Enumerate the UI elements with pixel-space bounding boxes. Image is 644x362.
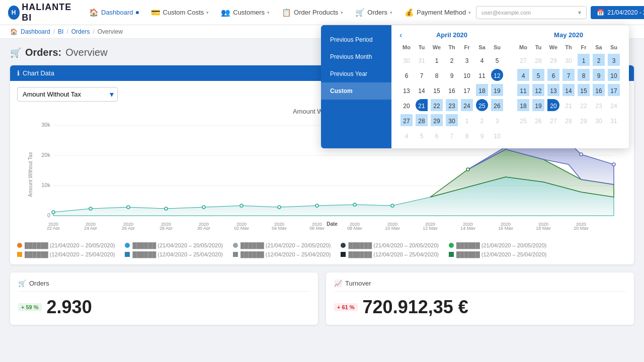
apr-day-8[interactable]: 8 [431,69,443,81]
may-day-3[interactable]: 3 [608,54,620,66]
apr-day-31prev[interactable]: 31 [416,54,428,66]
apr-day-25[interactable]: 25 [476,99,488,111]
nav-item-customers[interactable]: 👥 Customers ▾ [216,5,275,20]
may-day-30prev[interactable]: 30 [562,54,575,66]
page-subtitle: Overview [65,47,107,58]
apr-day-5[interactable]: 5 [491,54,503,66]
breadcrumb-bi[interactable]: BI [58,28,63,35]
nav-chevron-payment-method: ▾ [468,10,471,15]
apr-day-8next[interactable]: 8 [461,129,473,141]
apr-day-15[interactable]: 15 [431,84,443,96]
apr-day-30[interactable]: 30 [446,114,458,126]
may-day-21[interactable]: 21 [562,99,575,111]
may-day-23[interactable]: 23 [593,99,605,111]
may-day-6[interactable]: 6 [547,69,559,81]
apr-day-12[interactable]: 12 [491,69,503,81]
apr-day-13[interactable]: 13 [400,84,413,96]
may-day-12[interactable]: 12 [532,84,544,96]
may-day-28[interactable]: 28 [562,114,575,126]
may-day-4[interactable]: 4 [517,69,529,81]
apr-day-19[interactable]: 19 [491,84,503,96]
apr-day-10next[interactable]: 10 [491,129,503,141]
apr-day-3[interactable]: 3 [461,54,473,66]
apr-day-9[interactable]: 9 [446,69,458,81]
svg-text:08 May: 08 May [347,226,362,230]
apr-day-3next[interactable]: 3 [491,114,503,126]
apr-day-29[interactable]: 29 [431,114,443,126]
may-day-22[interactable]: 22 [578,99,590,111]
nav-item-dashboard[interactable]: 🏠 Dashboard [84,5,144,20]
apr-day-6[interactable]: 6 [400,69,413,81]
may-day-15[interactable]: 15 [578,84,590,96]
cal-option-custom[interactable]: Custom [321,82,391,100]
apr-day-23[interactable]: 23 [446,99,458,111]
apr-day-24[interactable]: 24 [461,99,473,111]
breadcrumb-orders[interactable]: Orders [71,28,90,35]
may-day-10[interactable]: 10 [608,69,620,81]
apr-day-6next[interactable]: 6 [431,129,443,141]
may-day-29[interactable]: 29 [578,114,590,126]
nav-item-custom-costs[interactable]: 💳 Custom Costs ▾ [146,5,214,20]
apr-day-5next[interactable]: 5 [416,129,428,141]
apr-day-1next[interactable]: 1 [461,114,473,126]
apr-day-7next[interactable]: 7 [446,129,458,141]
apr-day-26[interactable]: 26 [491,99,503,111]
apr-day-1[interactable]: 1 [431,54,443,66]
may-day-13[interactable]: 13 [547,84,559,96]
apr-day-7[interactable]: 7 [416,69,428,81]
dow-mo-may: Mo [516,43,530,52]
apr-day-9next[interactable]: 9 [476,129,488,141]
may-day-9[interactable]: 9 [593,69,605,81]
nav-item-orders[interactable]: 🛒 Orders ▾ [350,5,397,20]
may-day-26[interactable]: 26 [532,114,544,126]
may-day-27[interactable]: 27 [547,114,559,126]
apr-day-17[interactable]: 17 [461,84,473,96]
may-day-28prev[interactable]: 28 [532,54,544,66]
apr-day-30prev[interactable]: 30 [400,54,413,66]
apr-day-28[interactable]: 28 [416,114,428,126]
apr-day-11[interactable]: 11 [476,69,488,81]
apr-day-4[interactable]: 4 [476,54,488,66]
may-day-1[interactable]: 1 [578,54,590,66]
may-day-7[interactable]: 7 [562,69,575,81]
may-day-20[interactable]: 20 [547,99,559,111]
cal-option-previous-period[interactable]: Previous Period [321,31,391,48]
may-day-2[interactable]: 2 [593,54,605,66]
apr-day-4next[interactable]: 4 [400,129,413,141]
calendar-prev-button[interactable]: ‹ [399,31,402,40]
chart-metric-select[interactable]: Amount Without Tax Amount With Tax Net A… [17,87,118,102]
apr-day-27[interactable]: 27 [400,114,413,126]
cal-option-previous-month[interactable]: Previous Month [321,48,391,65]
apr-day-10[interactable]: 10 [461,69,473,81]
may-day-30[interactable]: 30 [593,114,605,126]
apr-day-2[interactable]: 2 [446,54,458,66]
may-day-17[interactable]: 17 [608,84,620,96]
may-day-14[interactable]: 14 [562,84,575,96]
may-day-18[interactable]: 18 [517,99,529,111]
dow-sa-apr: Sa [475,43,489,52]
nav-item-order-products[interactable]: 📋 Order Products ▾ [277,5,348,20]
nav-item-payment-method[interactable]: 💰 Payment Method ▾ [399,5,476,20]
may-day-5[interactable]: 5 [532,69,544,81]
may-day-11[interactable]: 11 [517,84,529,96]
apr-day-21[interactable]: 21 [416,99,428,111]
may-day-16[interactable]: 16 [593,84,605,96]
may-day-19[interactable]: 19 [532,99,544,111]
may-day-24[interactable]: 24 [608,99,620,111]
apr-day-16[interactable]: 16 [446,84,458,96]
email-dropdown[interactable]: user@example.com ▾ [476,6,587,19]
may-day-29prev[interactable]: 29 [547,54,559,66]
may-day-8[interactable]: 8 [578,69,590,81]
apr-day-22[interactable]: 22 [431,99,443,111]
may-day-25[interactable]: 25 [517,114,529,126]
date-range-button[interactable]: 📅 21/04/2020 - 20/05/2020 [591,6,644,19]
apr-day-2next[interactable]: 2 [476,114,488,126]
legend-label-6: ██████ (12/04/2020 – 25/04/2020) [25,251,115,257]
breadcrumb-dashboard[interactable]: Dashboard [21,28,50,35]
apr-day-14[interactable]: 14 [416,84,428,96]
cal-option-previous-year[interactable]: Previous Year [321,65,391,82]
apr-day-20[interactable]: 20 [400,99,413,111]
may-day-31[interactable]: 31 [608,114,620,126]
may-day-27prev[interactable]: 27 [517,54,529,66]
apr-day-18[interactable]: 18 [476,84,488,96]
